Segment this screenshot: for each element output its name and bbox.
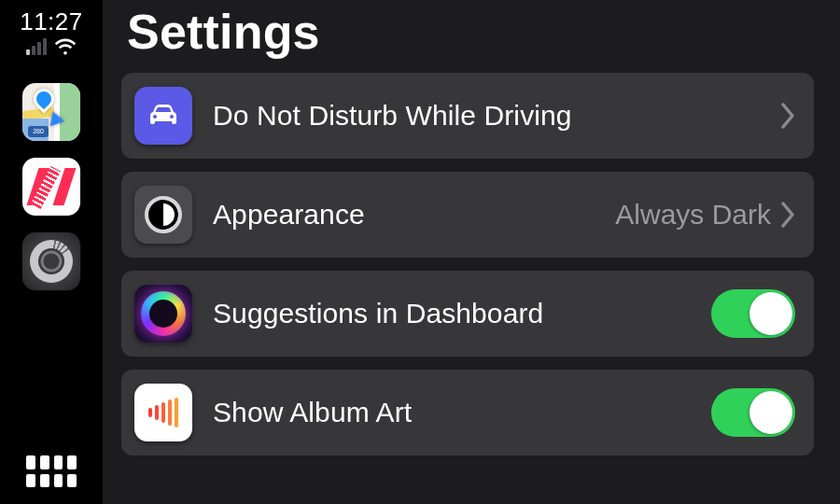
music-icon	[134, 384, 192, 441]
row-suggestions-in-dashboard: Suggestions in Dashboard	[121, 271, 814, 357]
row-appearance[interactable]: Appearance Always Dark	[121, 172, 814, 258]
row-value: Always Dark	[615, 199, 771, 231]
chevron-right-icon	[780, 103, 795, 129]
row-label: Suggestions in Dashboard	[213, 298, 711, 329]
gear-icon	[30, 240, 73, 283]
siri-icon	[134, 285, 192, 343]
row-show-album-art: Show Album Art	[121, 370, 814, 455]
sidebar-app-settings[interactable]	[22, 232, 80, 290]
main-content: Settings Do Not Disturb While Driving Ap…	[103, 0, 840, 504]
row-label: Appearance	[213, 199, 615, 231]
sidebar-dock: 280	[22, 83, 80, 290]
row-do-not-disturb[interactable]: Do Not Disturb While Driving	[121, 73, 814, 159]
toggle-suggestions[interactable]	[711, 289, 795, 338]
chevron-right-icon	[780, 202, 795, 228]
status-clock: 11:27	[20, 7, 83, 36]
sidebar: 11:27 280	[0, 0, 103, 504]
row-label: Do Not Disturb While Driving	[213, 100, 780, 132]
sidebar-app-maps[interactable]: 280	[22, 83, 80, 141]
wifi-icon	[54, 38, 77, 55]
app-launcher-button[interactable]	[26, 455, 77, 487]
appearance-contrast-icon	[134, 186, 192, 244]
cellular-signal-icon	[26, 38, 47, 55]
news-logo-icon	[33, 168, 70, 205]
status-indicators	[26, 38, 77, 55]
toggle-album-art[interactable]	[711, 388, 795, 437]
car-icon	[134, 87, 192, 145]
sidebar-app-news[interactable]	[22, 158, 80, 216]
page-title: Settings	[127, 4, 814, 60]
row-label: Show Album Art	[213, 397, 711, 428]
